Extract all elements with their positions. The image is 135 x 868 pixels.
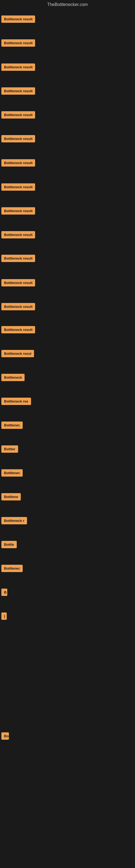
bottleneck-item: Bottle [1, 541, 17, 549]
bottleneck-item: Bottleneck result [1, 326, 35, 335]
bottleneck-item: B [1, 589, 7, 597]
bottleneck-item: Bottleneck result [1, 207, 35, 216]
bottleneck-badge[interactable]: Bottleneck result [1, 279, 35, 286]
bottleneck-badge[interactable]: Bottleneck result [1, 135, 35, 143]
bottleneck-badge[interactable]: Bottleneck resul [1, 350, 34, 357]
bottleneck-badge[interactable]: Bo [1, 733, 9, 740]
bottleneck-item: Bottleneck result [1, 231, 35, 240]
bottleneck-badge[interactable]: Bottleneck result [1, 303, 35, 310]
bottleneck-badge[interactable]: Bottleneck result [1, 16, 35, 23]
bottleneck-item: Bottleneck result [1, 63, 35, 72]
bottleneck-badge[interactable]: Bottleneck [1, 374, 25, 381]
bottleneck-badge[interactable]: Bottleneck result [1, 87, 35, 95]
bottleneck-item: | [1, 613, 7, 621]
bottleneck-badge[interactable]: Bottleneck result [1, 207, 35, 215]
bottleneck-item: Bottleneck result [1, 303, 35, 311]
bottleneck-badge[interactable]: Bottleneck result [1, 326, 35, 333]
bottleneck-badge[interactable]: Bottler [1, 445, 18, 453]
bottleneck-badge[interactable]: Bottleneck result [1, 231, 35, 239]
bottleneck-item: Bottleneck result [1, 183, 35, 192]
bottleneck-badge[interactable]: Bottleneck result [1, 255, 35, 262]
bottleneck-item: Bo [1, 733, 9, 741]
bottleneck-item: Bottlene [1, 493, 21, 501]
bottleneck-item: Bottleneck result [1, 111, 35, 120]
bottleneck-badge[interactable]: Bottlene [1, 493, 21, 500]
bottleneck-item: Bottleneck resul [1, 350, 34, 358]
bottleneck-badge[interactable]: B [1, 589, 7, 596]
bottleneck-badge[interactable]: Bottleneck res [1, 398, 31, 405]
bottleneck-badge[interactable]: Bottleneck result [1, 111, 35, 119]
bottleneck-item: Bottleneck result [1, 279, 35, 287]
bottleneck-item: Bottleneck result [1, 39, 35, 48]
bottleneck-item: Bottleneck result [1, 255, 35, 263]
bottleneck-item: Bottlenec [1, 422, 23, 430]
bottleneck-badge[interactable]: Bottleneck result [1, 183, 35, 191]
bottleneck-item: Bottleneck res [1, 398, 31, 406]
bottleneck-item: Bottler [1, 445, 18, 454]
bottleneck-badge[interactable]: Bottleneck result [1, 63, 35, 71]
bottleneck-item: Bottleneck result [1, 16, 35, 24]
bottleneck-item: Bottleneck result [1, 135, 35, 144]
bottleneck-badge[interactable]: Bottleneck result [1, 39, 35, 46]
bottleneck-badge[interactable]: Bottlenec [1, 422, 23, 429]
site-title: TheBottlenecker.com [0, 0, 135, 9]
bottleneck-item: Bottlenec [1, 565, 23, 573]
bottleneck-item: Bottleneck result [1, 87, 35, 96]
bottleneck-item: Bottleneck [1, 374, 25, 382]
bottleneck-badge[interactable]: Bottlenec [1, 469, 23, 476]
bottleneck-badge[interactable]: Bottleneck r [1, 517, 27, 524]
bottleneck-badge[interactable]: | [1, 613, 7, 620]
bottleneck-badge[interactable]: Bottle [1, 541, 17, 548]
bottleneck-item: Bottleneck result [1, 159, 35, 167]
bottleneck-item: Bottleneck r [1, 517, 27, 525]
bottleneck-item: Bottlenec [1, 469, 23, 478]
bottleneck-badge[interactable]: Bottlenec [1, 565, 23, 572]
bottleneck-badge[interactable]: Bottleneck result [1, 159, 35, 166]
items-container [0, 9, 135, 12]
